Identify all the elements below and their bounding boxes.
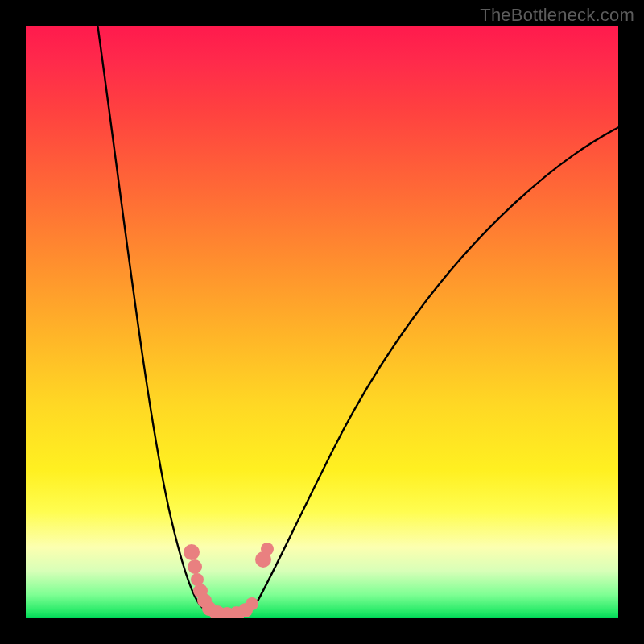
plot-area [26, 26, 618, 618]
valley-marker [261, 543, 274, 555]
bottleneck-curve [97, 26, 618, 617]
curve-right-branch [256, 124, 618, 604]
curve-left-branch [97, 26, 213, 614]
valley-markers [184, 543, 274, 618]
valley-marker [184, 544, 200, 560]
bottleneck-curve-layer [26, 26, 618, 618]
chart-frame: TheBottleneck.com [0, 0, 644, 644]
watermark-text: TheBottleneck.com [480, 5, 634, 26]
valley-marker [246, 597, 258, 610]
valley-marker [188, 559, 202, 574]
